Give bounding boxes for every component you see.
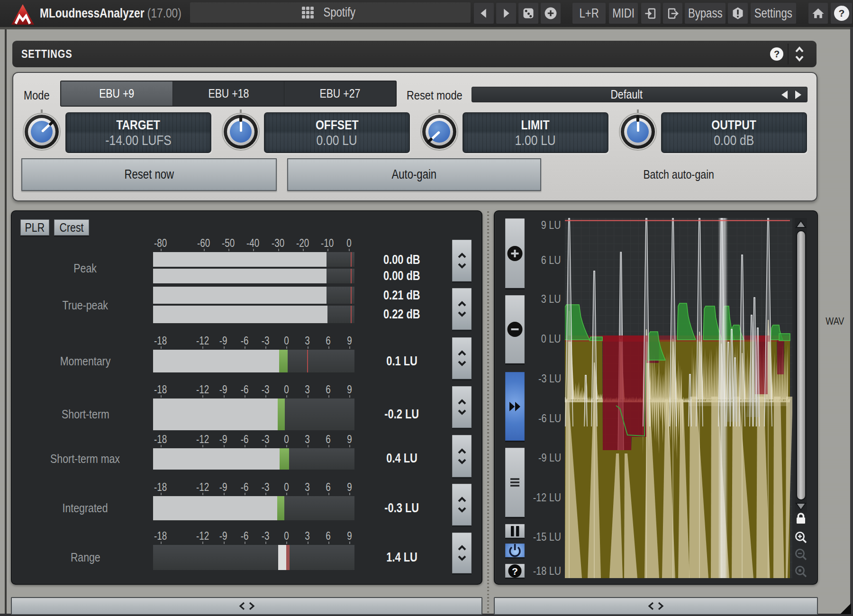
svg-text:?: ? — [512, 566, 518, 577]
svg-text:?: ? — [838, 8, 844, 18]
svg-text:?: ? — [774, 49, 780, 59]
